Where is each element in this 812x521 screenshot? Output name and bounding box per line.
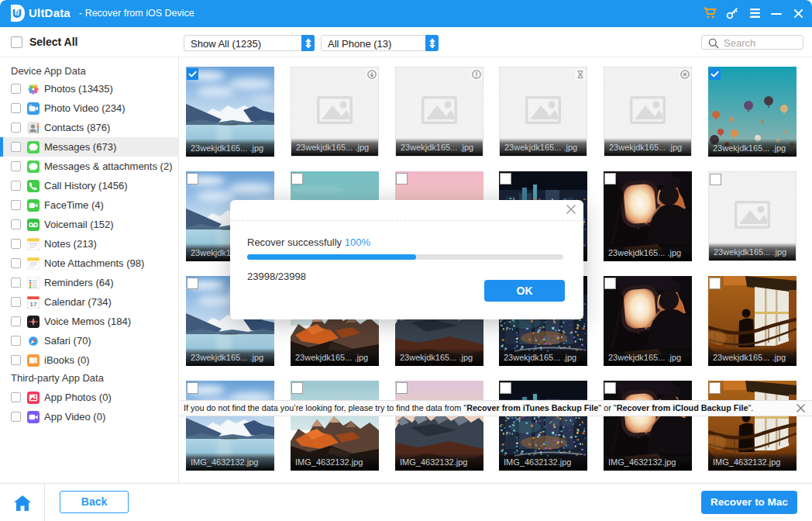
- svg-text:17: 17: [30, 300, 37, 307]
